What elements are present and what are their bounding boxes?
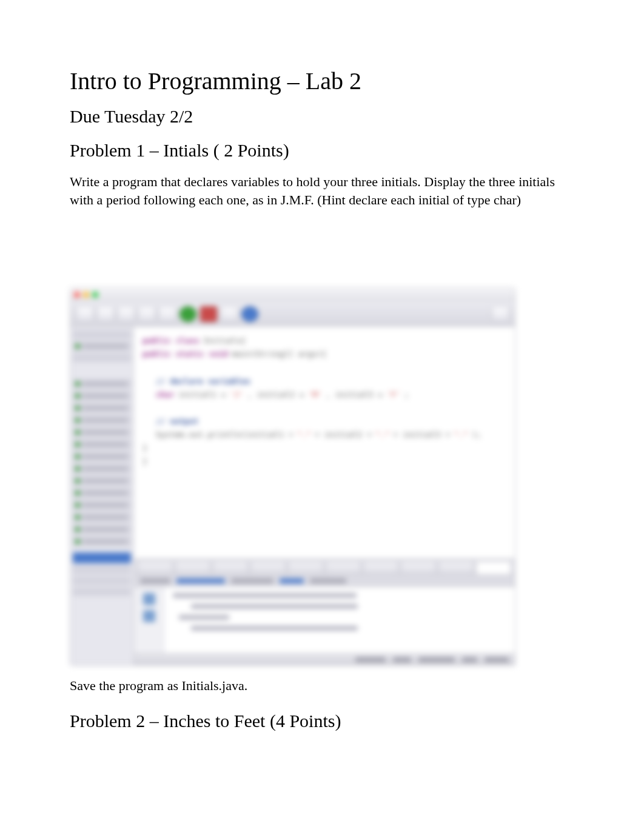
- document-page: Intro to Programming – Lab 2 Due Tuesday…: [0, 0, 644, 768]
- ide-tab: [438, 561, 474, 574]
- console-label: [280, 578, 304, 583]
- sidebar-item: [73, 341, 131, 351]
- toolbar-button: [76, 306, 93, 322]
- status-dot-icon: [75, 381, 80, 386]
- status-cell: [355, 657, 386, 662]
- problem-2-heading: Problem 2 – Inches to Feet (4 Points): [70, 711, 574, 731]
- status-dot-icon: [75, 515, 80, 520]
- ide-tab: [213, 561, 248, 574]
- console-label: [231, 578, 273, 583]
- status-dot-icon: [75, 454, 80, 459]
- ide-toolbar: [70, 301, 515, 327]
- ide-tab: [288, 561, 323, 574]
- toolbar-button: [118, 306, 135, 322]
- status-dot-icon: [75, 430, 80, 435]
- sidebar-item: [73, 537, 131, 546]
- status-dot-icon: [75, 503, 80, 508]
- sidebar-item: [73, 577, 131, 585]
- sidebar-item: [73, 566, 131, 574]
- console-output: [134, 586, 515, 653]
- ide-tabs: [134, 558, 515, 574]
- close-icon: [74, 292, 80, 298]
- ide-tab: [401, 561, 436, 574]
- status-cell: [418, 657, 455, 662]
- toolbar-button: [159, 306, 176, 322]
- sidebar-item: [73, 476, 131, 486]
- status-cell: [462, 657, 477, 662]
- sidebar-item: [73, 354, 131, 362]
- sidebar-item: [73, 464, 131, 474]
- console-line: [179, 615, 229, 620]
- sidebar-item: [73, 488, 131, 498]
- status-dot-icon: [75, 466, 80, 471]
- due-date: Due Tuesday 2/2: [70, 106, 574, 127]
- console-body: [164, 587, 515, 653]
- status-dot-icon: [75, 406, 80, 411]
- status-dot-icon: [75, 442, 80, 447]
- sidebar-item: [73, 415, 131, 425]
- console-label: [140, 578, 170, 583]
- console-label: [310, 578, 346, 583]
- status-cell: [393, 657, 411, 662]
- ide-editor-area: public class Initials{ public static voi…: [134, 327, 515, 665]
- problem-1-heading: Problem 1 – Intials ( 2 Points): [70, 140, 574, 161]
- toolbar-button: [492, 306, 509, 322]
- sidebar-item: [73, 525, 131, 534]
- ide-screenshot: public class Initials{ public static voi…: [70, 287, 515, 666]
- run-icon: [179, 306, 196, 322]
- status-cell: [485, 657, 509, 662]
- sidebar-item: [73, 330, 131, 339]
- sidebar-item: [73, 428, 131, 437]
- console-gutter: [134, 587, 164, 653]
- ide-window: public class Initials{ public static voi…: [70, 287, 515, 666]
- problem-1-save: Save the program as Initials.java.: [70, 678, 574, 694]
- status-dot-icon: [75, 478, 80, 483]
- status-dot-icon: [75, 418, 80, 423]
- document-title: Intro to Programming – Lab 2: [70, 67, 574, 95]
- status-dot-icon: [75, 527, 80, 532]
- sidebar-item: [73, 403, 131, 413]
- status-dot-icon: [75, 394, 80, 398]
- ide-tab: [326, 561, 361, 574]
- ide-tab: [363, 561, 398, 574]
- ide-tab-active: [476, 561, 511, 574]
- toolbar-icon: [241, 306, 258, 322]
- minimize-icon: [83, 292, 89, 298]
- sidebar-item-selected: [73, 552, 131, 563]
- console-line: [191, 626, 358, 631]
- sidebar-item: [73, 500, 131, 510]
- status-dot-icon: [75, 539, 80, 544]
- sidebar-item: [73, 512, 131, 522]
- problem-1-body: Write a program that declares variables …: [70, 173, 574, 209]
- ide-tab: [138, 561, 173, 574]
- ide-tab: [250, 561, 286, 574]
- toolbar-button: [221, 306, 238, 322]
- sidebar-item: [73, 379, 131, 389]
- toolbar-button: [138, 306, 155, 322]
- maximize-icon: [92, 292, 98, 298]
- stop-icon: [200, 306, 217, 322]
- ide-statusbar: [134, 653, 515, 665]
- console-label: [176, 578, 225, 583]
- status-dot-icon: [75, 491, 80, 495]
- status-dot-icon: [75, 344, 80, 349]
- console-line: [173, 593, 357, 598]
- sidebar-item: [73, 440, 131, 449]
- console-line: [191, 604, 358, 609]
- ide-titlebar: [70, 288, 515, 301]
- gutter-icon: [143, 610, 155, 622]
- sidebar-item: [73, 588, 131, 596]
- sidebar-item: [73, 391, 131, 401]
- toolbar-button: [97, 306, 114, 322]
- code-editor: public class Initials{ public static voi…: [134, 327, 515, 558]
- ide-tab: [175, 561, 210, 574]
- console-header: [134, 574, 515, 586]
- ide-sidebar: [70, 327, 134, 665]
- ide-body: public class Initials{ public static voi…: [70, 327, 515, 665]
- sidebar-item: [73, 452, 131, 461]
- gutter-icon: [143, 593, 155, 605]
